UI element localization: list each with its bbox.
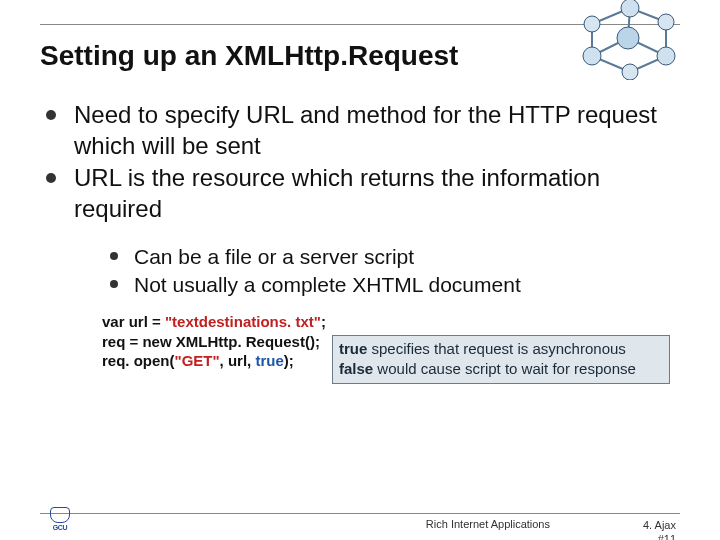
bullet-list-level2: Can be a file or a server script Not usu…	[110, 243, 680, 298]
note-text: specifies that request is asynchronous	[367, 340, 625, 357]
svg-point-11	[657, 47, 675, 65]
network-diagram-icon	[570, 0, 690, 80]
bullet-text: URL is the resource which returns the in…	[74, 164, 600, 222]
footer-chapter: 4. Ajax	[643, 518, 676, 532]
svg-point-14	[622, 64, 638, 80]
code-text: var url =	[102, 313, 165, 330]
note-line: true specifies that request is asynchron…	[339, 339, 663, 359]
note-keyword: false	[339, 360, 373, 377]
slide-footer: Rich Internet Applications 4. Ajax #11	[40, 513, 680, 518]
logo-text: GCU	[53, 524, 68, 531]
svg-point-9	[583, 47, 601, 65]
svg-point-15	[584, 16, 600, 32]
note-text: would cause script to wait for response	[373, 360, 636, 377]
bullet-item: Not usually a complete XHTML document	[110, 271, 680, 299]
footer-slide-number: #11	[643, 532, 676, 540]
code-string: "GET"	[175, 352, 220, 369]
bullet-list-level1: Need to specify URL and method for the H…	[46, 100, 680, 371]
footer-meta: 4. Ajax #11	[643, 518, 676, 540]
note-line: false would cause script to wait for res…	[339, 359, 663, 379]
svg-point-10	[617, 27, 639, 49]
code-text: , url,	[220, 352, 256, 369]
shield-icon	[50, 507, 70, 523]
code-string: "textdestinations. txt"	[165, 313, 321, 330]
footer-course-name: Rich Internet Applications	[426, 518, 550, 530]
slide-content: Need to specify URL and method for the H…	[46, 100, 680, 373]
code-text: );	[284, 352, 294, 369]
note-keyword: true	[339, 340, 367, 357]
code-keyword: true	[255, 352, 283, 369]
code-text: req. open(	[102, 352, 175, 369]
code-text: ;	[321, 313, 326, 330]
slide-title: Setting up an XMLHttp.Request	[40, 40, 458, 72]
gcu-logo: GCU	[40, 504, 80, 534]
bullet-item: Can be a file or a server script	[110, 243, 680, 271]
svg-point-12	[621, 0, 639, 17]
callout-note: true specifies that request is asynchron…	[332, 335, 670, 384]
code-line: var url = "textdestinations. txt";	[102, 312, 680, 332]
svg-point-13	[658, 14, 674, 30]
bullet-item: Need to specify URL and method for the H…	[46, 100, 680, 161]
